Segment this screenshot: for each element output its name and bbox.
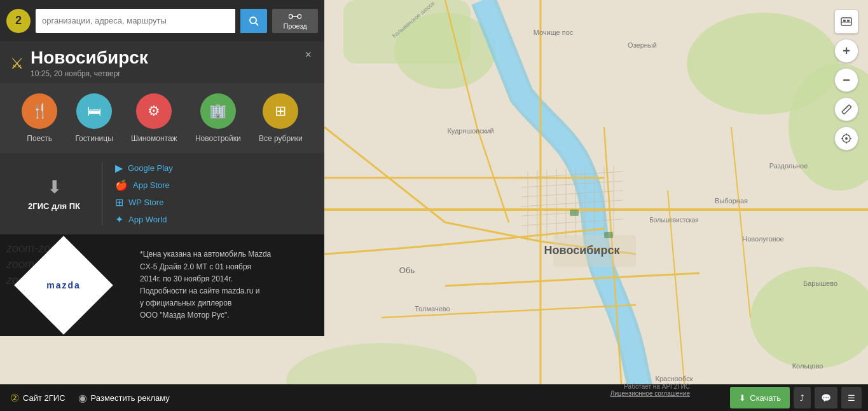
app-world-link[interactable]: ✦ App World xyxy=(115,213,312,226)
category-food[interactable]: 🍴 Поесть xyxy=(22,93,57,143)
svg-text:Раздольное: Раздольное xyxy=(769,162,808,170)
app-store-icon: 🍎 xyxy=(115,179,128,191)
download-arrow-icon: ⬇ xyxy=(739,393,746,403)
traffic-button[interactable] xyxy=(834,10,858,34)
desktop-label: 2ГИС для ПК xyxy=(28,201,80,211)
download-label: Скачать xyxy=(750,393,781,403)
city-icon: ⚔ xyxy=(10,55,24,72)
logo-text: 2 xyxy=(15,14,22,27)
api-line2: Лицензионное соглашение xyxy=(610,390,690,397)
zoom-out-button[interactable]: − xyxy=(834,68,858,92)
search-button[interactable] xyxy=(240,9,267,33)
city-panel: ⚔ Новосибирск 10:25, 20 ноября, четверг … xyxy=(0,41,324,336)
route-button[interactable]: Проезд xyxy=(272,9,318,33)
plus-icon: + xyxy=(843,44,850,58)
app-world-label: App World xyxy=(128,215,167,224)
advertisement[interactable]: zoom-zoomzoom-zoomzoom-zoom mazda *Цена … xyxy=(0,234,324,336)
panel-header: ⚔ Новосибирск 10:25, 20 ноября, четверг … xyxy=(0,41,324,83)
categories-row: 🍴 Поесть 🛏 Гостиницы ⚙ Шиномонтаж 🏢 Ново… xyxy=(0,83,324,153)
top-bar: 2 Проезд xyxy=(0,0,324,41)
wp-store-icon: ⊞ xyxy=(115,196,123,208)
map-controls: + − xyxy=(834,10,858,151)
app-store-label: App Store xyxy=(133,180,170,190)
ad-logo-area: zoom-zoomzoom-zoomzoom-zoom mazda xyxy=(0,234,127,336)
bottom-right-buttons: ⬇ Скачать ⤴ 💬 ☰ xyxy=(730,387,862,408)
ad-text: *Цена указана на автомобиль Mazda CX-5 Д… xyxy=(127,242,324,328)
svg-text:Мочище пос: Мочище пос xyxy=(534,29,574,36)
svg-text:Толмачево: Толмачево xyxy=(415,305,450,313)
ruler-button[interactable] xyxy=(834,97,858,121)
share-button[interactable]: ⤴ xyxy=(794,387,811,408)
mobile-apps: ▶ Google Play 🍎 App Store ⊞ WP Store ✦ A… xyxy=(102,162,312,226)
feedback-button[interactable]: 💬 xyxy=(815,387,837,408)
site-link[interactable]: ② Сайт 2ГИС xyxy=(10,392,65,404)
svg-text:Барышево: Барышево xyxy=(803,280,837,287)
city-name: Новосибирск xyxy=(31,49,148,67)
wp-store-link[interactable]: ⊞ WP Store xyxy=(115,196,312,208)
svg-rect-47 xyxy=(604,232,613,238)
category-new-icon: 🏢 xyxy=(200,93,236,129)
svg-point-62 xyxy=(845,137,848,140)
svg-point-50 xyxy=(289,15,293,18)
category-food-label: Поесть xyxy=(27,134,52,143)
google-play-link[interactable]: ▶ Google Play xyxy=(115,162,312,174)
app-store-link[interactable]: 🍎 App Store xyxy=(115,179,312,191)
category-all-label: Все рубрики xyxy=(259,134,303,143)
city-datetime: 10:25, 20 ноября, четверг xyxy=(31,69,148,78)
ad-icon: ◉ xyxy=(78,392,87,404)
desktop-download[interactable]: ⬇ 2ГИС для ПК xyxy=(13,162,95,226)
category-hotel-icon: 🛏 xyxy=(76,93,112,129)
svg-text:Обь: Обь xyxy=(399,266,415,275)
location-button[interactable] xyxy=(834,126,858,151)
svg-point-48 xyxy=(250,17,256,24)
svg-rect-5 xyxy=(343,0,471,64)
category-all[interactable]: ⊞ Все рубрики xyxy=(259,93,303,143)
svg-text:Новолуговое: Новолуговое xyxy=(742,235,783,243)
search-input[interactable] xyxy=(36,9,235,33)
category-food-icon: 🍴 xyxy=(22,93,57,129)
category-hotel[interactable]: 🛏 Гостиницы xyxy=(75,93,113,143)
download-icon: ⬇ xyxy=(47,177,62,198)
ad-link-label: Разместить рекламу xyxy=(91,393,170,403)
svg-text:Выборная: Выборная xyxy=(715,197,748,205)
svg-rect-55 xyxy=(847,20,850,22)
route-label: Проезд xyxy=(283,22,307,30)
api-line1: Работает на API 2ГИС xyxy=(610,383,690,390)
svg-text:Краснообск: Краснообск xyxy=(656,375,693,382)
category-hotel-label: Гостиницы xyxy=(75,134,113,143)
category-new-label: Новостройки xyxy=(195,134,241,143)
menu-button[interactable]: ☰ xyxy=(841,387,862,408)
bottom-bar: ② Сайт 2ГИС ◉ Разместить рекламу Работае… xyxy=(0,384,868,411)
category-tire-icon: ⚙ xyxy=(136,93,172,129)
svg-text:Большевистская: Большевистская xyxy=(649,217,698,224)
ad-placement-link[interactable]: ◉ Разместить рекламу xyxy=(78,392,170,404)
share-icon: ⤴ xyxy=(800,393,804,403)
svg-text:Новосибирск: Новосибирск xyxy=(544,244,621,257)
download-button[interactable]: ⬇ Скачать xyxy=(730,387,790,408)
api-credit: Работает на API 2ГИС Лицензионное соглаш… xyxy=(610,383,690,397)
ad-brand-text: mazda xyxy=(46,280,81,290)
menu-icon: ☰ xyxy=(848,393,855,403)
site-link-label: Сайт 2ГИС xyxy=(23,393,65,403)
svg-rect-54 xyxy=(843,20,846,22)
zoom-in-button[interactable]: + xyxy=(834,39,858,63)
minus-icon: − xyxy=(843,73,850,88)
category-all-icon: ⊞ xyxy=(263,93,298,129)
google-play-icon: ▶ xyxy=(115,162,123,174)
svg-rect-46 xyxy=(570,210,579,216)
svg-point-51 xyxy=(298,15,301,18)
app-world-icon: ✦ xyxy=(115,213,123,226)
google-play-label: Google Play xyxy=(128,163,173,173)
svg-text:Кольцово: Кольцово xyxy=(792,362,823,370)
category-new[interactable]: 🏢 Новостройки xyxy=(195,93,241,143)
svg-text:Кудряшовский: Кудряшовский xyxy=(447,127,493,135)
category-tire-label: Шиномонтаж xyxy=(131,134,177,143)
svg-line-49 xyxy=(256,23,258,25)
svg-rect-53 xyxy=(841,18,851,25)
svg-rect-57 xyxy=(842,105,851,114)
close-button[interactable]: × xyxy=(302,49,314,60)
logo: 2 xyxy=(6,9,31,33)
category-tire[interactable]: ⚙ Шиномонтаж xyxy=(131,93,177,143)
apps-section: ⬇ 2ГИС для ПК ▶ Google Play 🍎 App Store … xyxy=(0,153,324,234)
wp-store-label: WP Store xyxy=(128,198,163,207)
